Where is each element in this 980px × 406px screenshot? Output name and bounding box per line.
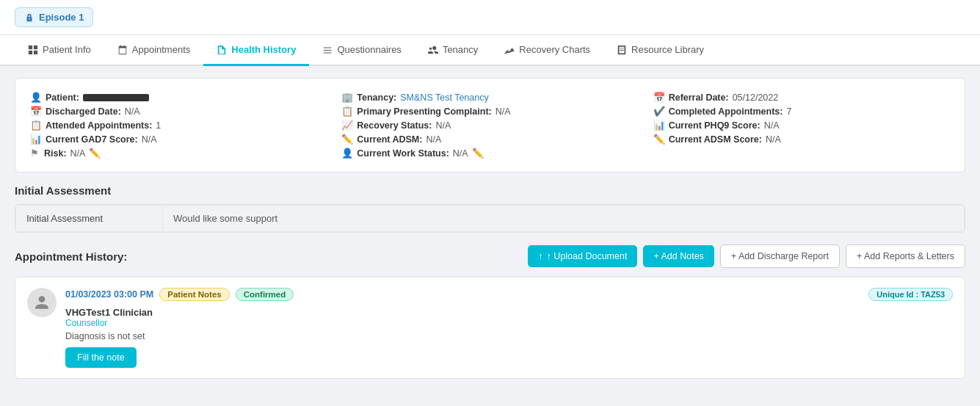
upload-icon: ↑ — [538, 251, 542, 261]
tab-recovery-charts-label: Recovery Charts — [519, 44, 590, 55]
adsm-icon: ✏️ — [341, 134, 353, 145]
gad7-row: 📊 Current GAD7 Score: N/A — [30, 132, 327, 146]
recovery-icon: 📈 — [341, 120, 353, 131]
patient-icon: 👤 — [30, 92, 42, 103]
risk-value: N/A — [70, 148, 86, 159]
tenancy-row: 🏢 Tenancy: SM&NS Test Tenancy — [341, 90, 638, 104]
tab-tenancy-label: Tenancy — [443, 44, 478, 55]
tab-tenancy[interactable]: Tenancy — [415, 35, 491, 66]
patient-info-card: 👤 Patient: 📅 Discharged Date: N/A 📋 Atte… — [15, 78, 965, 173]
discharged-label: Discharged Date: — [46, 106, 121, 117]
add-reports-letters-button[interactable]: + Add Reports & Letters — [846, 244, 965, 268]
assessment-col1: Initial Assessment — [16, 206, 163, 232]
completed-appt-label: Completed Appointments: — [669, 106, 783, 117]
primary-complaint-value: N/A — [496, 106, 511, 117]
gad7-label: Current GAD7 Score: — [46, 134, 138, 145]
lock-icon — [24, 12, 35, 23]
phq9-icon: 📊 — [653, 120, 665, 131]
attended-row: 📋 Attended Appointments: 1 — [30, 118, 327, 132]
fill-note-button[interactable]: Fill the note — [65, 347, 137, 368]
info-col-1: 👤 Patient: 📅 Discharged Date: N/A 📋 Atte… — [30, 90, 327, 160]
tenancy-label: Tenancy: — [357, 93, 396, 103]
patient-value-redacted — [83, 94, 149, 101]
work-icon: 👤 — [341, 148, 353, 159]
badge-patient-notes: Patient Notes — [159, 288, 230, 301]
risk-row: ⚑ Risk: N/A ✏️ — [30, 146, 327, 160]
tab-questionnaires-label: Questionnaires — [337, 44, 401, 55]
primary-complaint-label: Primary Presenting Complaint: — [357, 106, 491, 117]
adsm-value: N/A — [426, 134, 441, 145]
completed-appt-icon: ✔️ — [653, 106, 665, 117]
info-col-2: 🏢 Tenancy: SM&NS Test Tenancy 📋 Primary … — [341, 90, 638, 160]
assessment-table: Initial Assessment Would like some suppo… — [15, 204, 965, 233]
top-bar: Episode 1 — [0, 0, 980, 35]
referral-icon: 📅 — [653, 92, 665, 103]
svg-rect-0 — [29, 45, 32, 48]
chart-icon — [504, 45, 515, 55]
tab-patient-info-label: Patient Info — [43, 44, 91, 55]
adsm-row: ✏️ Current ADSM: N/A — [341, 132, 638, 146]
tab-resource-library[interactable]: Resource Library — [603, 35, 717, 66]
work-value: N/A — [453, 148, 468, 159]
tenancy-icon: 🏢 — [341, 92, 353, 103]
tab-appointments-label: Appointments — [132, 44, 191, 55]
recovery-label: Recovery Status: — [357, 120, 432, 131]
add-discharge-report-button[interactable]: + Add Discharge Report — [720, 244, 840, 268]
appointment-card: 01/03/2023 03:00 PM Patient Notes Confir… — [15, 277, 965, 379]
book-icon — [617, 45, 627, 55]
add-notes-button[interactable]: + Add Notes — [643, 245, 714, 267]
gad7-value: N/A — [142, 134, 157, 145]
initial-assessment-section: Initial Assessment Initial Assessment Wo… — [15, 184, 965, 233]
episode-label: Episode 1 — [39, 12, 84, 23]
tenancy-value[interactable]: SM&NS Test Tenancy — [400, 93, 488, 103]
upload-document-button[interactable]: ↑ ↑ Upload Document — [528, 245, 637, 267]
unique-id-badge: Unique Id : TAZ53 — [868, 288, 953, 301]
phq9-label: Current PHQ9 Score: — [669, 120, 761, 131]
appointment-content: 01/03/2023 03:00 PM Patient Notes Confir… — [65, 288, 953, 368]
episode-badge[interactable]: Episode 1 — [15, 7, 93, 27]
gad7-icon: 📊 — [30, 134, 42, 145]
badge-confirmed: Confirmed — [236, 288, 294, 301]
initial-assessment-title: Initial Assessment — [15, 184, 965, 197]
completed-appt-value: 7 — [786, 106, 791, 117]
adsm-score-row: ✏️ Current ADSM Score: N/A — [653, 132, 950, 146]
assessment-row: Initial Assessment Would like some suppo… — [16, 206, 965, 232]
file-icon — [217, 45, 227, 55]
adsm-score-value: N/A — [766, 134, 781, 145]
phq9-value: N/A — [764, 120, 780, 131]
attended-label: Attended Appointments: — [46, 120, 152, 131]
tab-health-history[interactable]: Health History — [203, 35, 309, 66]
work-edit-icon[interactable]: ✏️ — [472, 148, 484, 159]
diagnosis-text: Diagnosis is not set — [65, 331, 953, 341]
clinician-role: Counsellor — [65, 318, 953, 328]
tab-resource-library-label: Resource Library — [631, 44, 704, 55]
info-col-3: 📅 Referral Date: 05/12/2022 ✔️ Completed… — [653, 90, 950, 160]
users-icon — [428, 45, 438, 55]
svg-rect-1 — [34, 45, 37, 48]
tab-health-history-label: Health History — [231, 44, 296, 55]
referral-row: 📅 Referral Date: 05/12/2022 — [653, 90, 950, 104]
grid-icon — [28, 45, 38, 55]
avatar — [27, 288, 57, 317]
phq9-row: 📊 Current PHQ9 Score: N/A — [653, 118, 950, 132]
tab-appointments[interactable]: Appointments — [104, 35, 204, 66]
discharged-icon: 📅 — [30, 106, 42, 117]
adsm-label: Current ADSM: — [357, 134, 422, 145]
main-content: 👤 Patient: 📅 Discharged Date: N/A 📋 Atte… — [0, 66, 980, 391]
svg-rect-2 — [29, 50, 32, 54]
appointment-date: 01/03/2023 03:00 PM — [65, 289, 153, 300]
recovery-status-row: 📈 Recovery Status: N/A — [341, 118, 638, 132]
discharged-row: 📅 Discharged Date: N/A — [30, 104, 327, 118]
tab-questionnaires[interactable]: Questionnaires — [309, 35, 414, 66]
risk-edit-icon[interactable]: ✏️ — [89, 148, 101, 159]
list-icon — [322, 45, 333, 55]
attended-value: 1 — [156, 120, 161, 131]
calendar-icon — [117, 45, 128, 55]
attended-icon: 📋 — [30, 120, 42, 131]
tab-recovery-charts[interactable]: Recovery Charts — [491, 35, 603, 66]
work-status-row: 👤 Current Work Status: N/A ✏️ — [341, 146, 638, 160]
tab-patient-info[interactable]: Patient Info — [15, 35, 104, 66]
appointment-top-row: 01/03/2023 03:00 PM Patient Notes Confir… — [65, 288, 953, 301]
risk-icon: ⚑ — [30, 148, 40, 159]
referral-label: Referral Date: — [669, 93, 729, 103]
